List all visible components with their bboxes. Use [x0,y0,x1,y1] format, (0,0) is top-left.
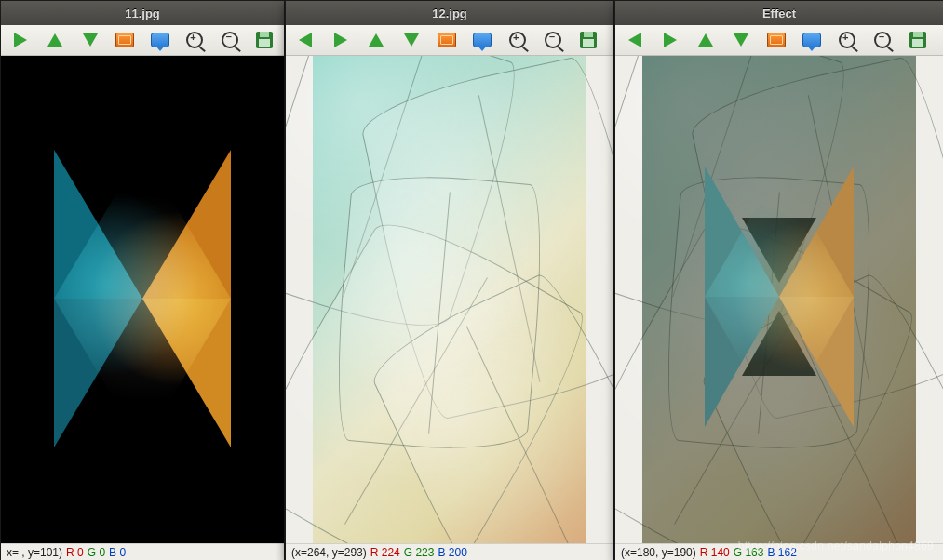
status-r: R 140 [700,546,730,559]
zoom-in-icon [509,32,526,48]
arrow-down-icon [734,33,748,47]
arrow-right-icon [14,33,27,47]
status-b: B 200 [438,546,466,559]
arrow-up-icon [47,33,62,47]
up-button[interactable] [695,30,716,50]
zoom-in-icon [186,32,203,48]
image-content [313,56,586,543]
prev-button[interactable] [295,30,316,50]
image-window-2: 12.jpg (x=264, y=293) R 224 [285,0,614,560]
up-button[interactable] [366,30,386,50]
status-r: R 224 [370,546,400,559]
status-r: R 0 [66,546,84,559]
titlebar[interactable]: 12.jpg [286,1,613,25]
toolbar [1,25,284,56]
window-title: Effect [762,7,796,20]
save-icon [580,32,597,48]
status-coords: x= , y=101) [7,546,62,559]
status-g: G 0 [88,546,105,559]
zoom-out-button[interactable] [220,30,240,50]
titlebar[interactable]: Effect [615,1,943,25]
arrow-down-icon [83,33,98,47]
arrow-left-icon [299,33,312,47]
zoom-in-icon [839,32,855,48]
next-button[interactable] [330,30,351,50]
next-button[interactable] [660,30,680,50]
zoom-out-button[interactable] [872,30,893,50]
image-content [1,56,284,541]
effect-window: Effect [614,0,943,560]
folder-icon [767,33,786,47]
chat-icon [151,33,169,47]
image-canvas[interactable] [286,56,613,543]
image-window-1: 11.jpg [0,0,285,560]
watermark: https://blog.csdn.net/sandalphon4869 [738,540,934,553]
window-title: 11.jpg [125,7,160,20]
prev-button[interactable] [625,30,645,50]
zoom-in-button[interactable] [507,30,528,50]
arrow-right-icon [664,33,677,47]
status-bar: x= , y=101) R 0 G 0 B 0 [1,543,284,560]
chat-icon [473,33,492,47]
open-button[interactable] [766,30,787,50]
next-button[interactable] [10,30,31,50]
save-icon [909,32,926,48]
image-content [642,56,916,543]
zoom-out-button[interactable] [543,30,563,50]
folder-icon [438,33,456,47]
status-bar: (x=264, y=293) R 224 G 223 B 200 [286,543,613,560]
save-button[interactable] [255,30,276,50]
chat-icon [802,33,821,47]
open-button[interactable] [437,30,457,50]
info-button[interactable] [472,30,492,50]
down-button[interactable] [401,30,422,50]
open-button[interactable] [115,30,136,50]
down-button[interactable] [731,30,751,50]
zoom-out-icon [874,32,891,48]
zoom-in-button[interactable] [837,30,857,50]
image-canvas[interactable] [615,56,943,543]
save-button[interactable] [578,30,599,50]
down-button[interactable] [80,30,101,50]
window-title: 12.jpg [432,7,467,20]
arrow-up-icon [369,33,384,47]
arrow-left-icon [628,33,641,47]
save-icon [256,32,273,48]
zoom-out-icon [545,32,561,48]
image-canvas[interactable] [1,56,284,543]
titlebar[interactable]: 11.jpg [1,1,284,25]
toolbar [286,25,613,56]
status-g: G 223 [404,546,435,559]
status-coords: (x=264, y=293) [291,546,367,559]
up-button[interactable] [46,30,66,50]
save-button[interactable] [908,30,928,50]
arrow-right-icon [334,33,347,47]
toolbar [615,25,943,56]
info-button[interactable] [802,30,822,50]
status-coords: (x=180, y=190) [621,546,696,559]
arrow-down-icon [404,33,419,47]
arrow-up-icon [698,33,713,47]
zoom-in-button[interactable] [185,30,206,50]
desktop: 11.jpg [0,0,943,560]
status-b: B 0 [109,546,126,559]
folder-icon [115,33,134,47]
zoom-out-icon [222,32,238,48]
info-button[interactable] [150,30,170,50]
